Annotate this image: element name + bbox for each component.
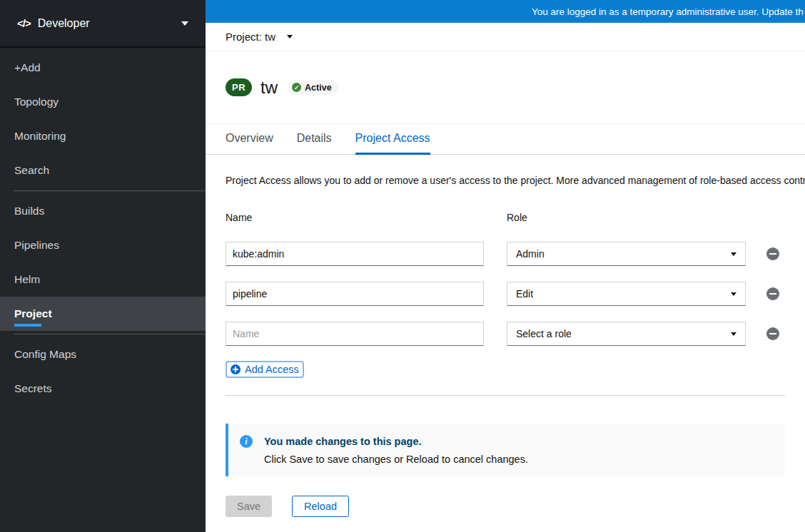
- page-header: PR tw Active: [206, 51, 805, 123]
- remove-access-button[interactable]: [766, 287, 779, 300]
- tab-project-access[interactable]: Project Access: [355, 124, 430, 155]
- notification-banner: You are logged in as a temporary adminis…: [206, 0, 805, 23]
- sidebar-item-project[interactable]: Project: [0, 297, 206, 331]
- app-window: </> Developer +Add Topology Monitoring S…: [0, 0, 805, 532]
- role-select-value: Edit: [516, 288, 533, 300]
- add-access-label: Add Access: [245, 364, 299, 375]
- description-text: Project Access allows you to add or remo…: [226, 175, 785, 186]
- project-resource-icon: PR: [226, 78, 252, 96]
- sidebar-item-pipelines[interactable]: Pipelines: [0, 228, 206, 262]
- perspective-switcher[interactable]: </> Developer: [0, 0, 206, 48]
- main-column: You are logged in as a temporary adminis…: [206, 0, 805, 532]
- section-divider: [226, 395, 785, 396]
- add-access-button[interactable]: Add Access: [226, 361, 304, 378]
- role-select[interactable]: Edit: [507, 282, 746, 306]
- project-selector-dropdown[interactable]: Project: tw: [226, 31, 293, 43]
- role-column-label: Role: [507, 212, 527, 223]
- perspective-label: Developer: [38, 17, 90, 30]
- name-input[interactable]: [226, 322, 484, 346]
- sidebar-item-secrets[interactable]: Secrets: [0, 372, 206, 406]
- role-select-value: Admin: [516, 248, 545, 260]
- minus-circle-icon: [766, 327, 779, 340]
- info-alert: You made changes to this page. Click Sav…: [226, 424, 785, 476]
- sidebar-item-search[interactable]: Search: [0, 153, 206, 188]
- code-icon: </>: [17, 17, 31, 29]
- status-label: Active: [305, 83, 332, 93]
- chevron-down-icon: [181, 21, 188, 26]
- role-select[interactable]: Admin: [507, 242, 746, 266]
- namespace-toolbar: Project: tw: [206, 23, 805, 51]
- sidebar: </> Developer +Add Topology Monitoring S…: [0, 0, 206, 532]
- plus-circle-icon: [231, 364, 241, 374]
- alert-title: You made changes to this page.: [264, 436, 422, 447]
- chevron-down-icon: [731, 332, 736, 336]
- sidebar-item-helm[interactable]: Helm: [0, 262, 206, 297]
- role-select-value: Select a role: [516, 328, 572, 339]
- project-selector-label: Project: tw: [226, 31, 275, 43]
- sidebar-item-label: Project: [14, 307, 52, 320]
- sidebar-item-monitoring[interactable]: Monitoring: [0, 119, 206, 153]
- info-circle-icon: [240, 435, 253, 448]
- chevron-down-icon: [731, 252, 736, 256]
- sidebar-divider: [14, 190, 206, 191]
- access-row: Select a role: [226, 322, 785, 346]
- sidebar-nav: +Add Topology Monitoring Search Builds P…: [0, 48, 206, 406]
- name-input[interactable]: [226, 242, 484, 266]
- sidebar-item-topology[interactable]: Topology: [0, 85, 206, 119]
- active-nav-indicator: [14, 324, 41, 327]
- sidebar-item-builds[interactable]: Builds: [0, 194, 206, 228]
- name-input[interactable]: [226, 282, 484, 306]
- access-row: Edit: [226, 282, 785, 306]
- form-header-row: Name Role: [226, 212, 785, 223]
- remove-access-button[interactable]: [766, 327, 779, 340]
- role-select[interactable]: Select a role: [507, 322, 746, 346]
- project-access-content: Project Access allows you to add or remo…: [206, 155, 805, 532]
- page-title: tw: [260, 78, 278, 98]
- banner-text: You are logged in as a temporary adminis…: [206, 6, 804, 17]
- sidebar-divider: [14, 334, 206, 334]
- access-row: Admin: [226, 242, 785, 266]
- check-circle-icon: [292, 83, 301, 92]
- sidebar-item-add[interactable]: +Add: [0, 51, 206, 85]
- chevron-down-icon: [731, 292, 736, 296]
- tab-overview[interactable]: Overview: [226, 124, 273, 155]
- alert-body: Click Save to save changes or Reload to …: [264, 454, 774, 465]
- sidebar-item-config-maps[interactable]: Config Maps: [0, 337, 206, 372]
- minus-circle-icon: [766, 247, 779, 260]
- remove-access-button[interactable]: [766, 247, 779, 260]
- save-button[interactable]: Save: [226, 496, 272, 517]
- status-badge: Active: [288, 80, 338, 95]
- reload-button[interactable]: Reload: [292, 496, 349, 517]
- name-column-label: Name: [226, 212, 484, 223]
- chevron-down-icon: [287, 35, 293, 39]
- form-actions: Save Reload: [226, 496, 785, 517]
- minus-circle-icon: [766, 287, 779, 300]
- tab-details[interactable]: Details: [297, 124, 332, 155]
- tab-bar: Overview Details Project Access: [206, 123, 805, 155]
